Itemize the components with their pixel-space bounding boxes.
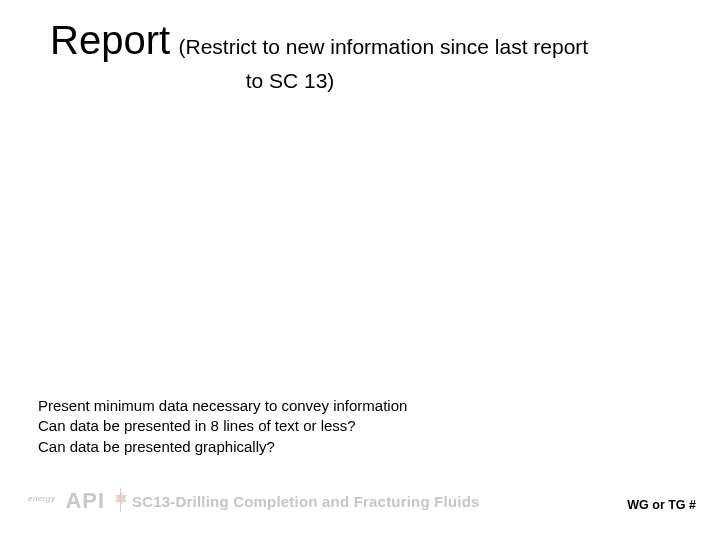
footer-divider <box>120 488 121 512</box>
title-main: Report <box>50 18 170 62</box>
footer-subtitle: SC13-Drilling Completion and Fracturing … <box>132 493 480 510</box>
body-line-1: Present minimum data necessary to convey… <box>38 396 678 416</box>
api-logo: API <box>65 488 127 514</box>
slide: Report (Restrict to new information sinc… <box>0 0 720 540</box>
energy-tag: energy <box>28 494 55 503</box>
footer-logo: energy API <box>28 488 127 514</box>
body-text: Present minimum data necessary to convey… <box>38 396 678 457</box>
api-logo-text: API <box>65 488 105 514</box>
footer: energy API SC13-Drilling Completion and … <box>0 478 720 514</box>
body-line-2: Can data be presented in 8 lines of text… <box>38 416 678 436</box>
title-block: Report (Restrict to new information sinc… <box>50 18 670 93</box>
star-icon <box>115 492 127 502</box>
title-subtitle-line2: to SC 13) <box>50 69 670 93</box>
footer-right-label: WG or TG # <box>627 498 696 512</box>
body-line-3: Can data be presented graphically? <box>38 437 678 457</box>
title-subtitle-line1: (Restrict to new information since last … <box>179 35 589 58</box>
